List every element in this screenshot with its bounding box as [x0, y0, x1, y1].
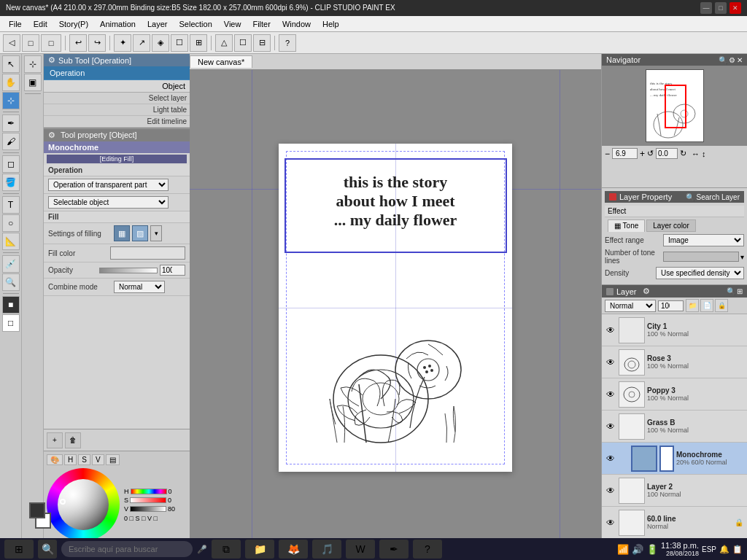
layer-eye-layer2[interactable]: 👁: [605, 485, 616, 497]
color-wheel[interactable]: [47, 468, 120, 541]
tool-bg-color[interactable]: □: [2, 314, 20, 332]
window-controls[interactable]: — □ ✕: [700, 2, 741, 14]
tool-arrow[interactable]: ↖: [2, 55, 20, 73]
menu-help[interactable]: Help: [317, 18, 345, 30]
volume-icon[interactable]: 🔊: [632, 544, 643, 555]
opacity-slider[interactable]: [99, 268, 158, 273]
layers-options-btn[interactable]: ⚙: [643, 287, 650, 296]
toolbar-select-region[interactable]: ◈: [152, 34, 169, 52]
color-tab-wheel[interactable]: 🎨: [47, 454, 63, 465]
app-music[interactable]: 🎵: [312, 540, 341, 559]
val-bar[interactable]: [130, 506, 166, 512]
selectable-object-select[interactable]: Selectable object: [48, 196, 169, 209]
toolbar-open[interactable]: □: [22, 34, 39, 52]
nav-zoom-out-btn[interactable]: −: [605, 149, 610, 159]
subtool-select-layer[interactable]: Select layer: [44, 93, 190, 104]
tool-fill[interactable]: 🪣: [2, 174, 20, 191]
color-tab-h[interactable]: H: [64, 454, 77, 465]
toolbar-invert[interactable]: ⊞: [190, 34, 207, 52]
toolbar-deselect[interactable]: ☐: [171, 34, 188, 52]
nav-rotate-input[interactable]: [656, 148, 678, 159]
fill-icon2[interactable]: ▨: [132, 225, 148, 241]
maximize-button[interactable]: □: [715, 2, 727, 14]
new-folder-btn[interactable]: 📁: [686, 299, 699, 312]
tool-shape[interactable]: ○: [2, 214, 20, 232]
lock-btn[interactable]: 🔒: [715, 299, 728, 312]
subtool-icon1[interactable]: ⊹: [24, 55, 42, 73]
search-input[interactable]: [61, 541, 193, 557]
subtool-light-table[interactable]: Light table: [44, 104, 190, 116]
taskbar-mic-icon[interactable]: 🎤: [197, 545, 207, 554]
nav-flip-v[interactable]: ↕: [702, 149, 706, 158]
toolbar-save[interactable]: □: [41, 34, 61, 52]
subtool-edit-timeline[interactable]: Edit timeline: [44, 116, 190, 128]
menu-selection[interactable]: Selection: [174, 18, 218, 30]
search-layers-btn[interactable]: 🔍 Search Layer: [686, 193, 740, 201]
toolbar-transform[interactable]: ✦: [114, 34, 131, 52]
battery-icon[interactable]: 🔋: [646, 544, 658, 555]
layer-row-layer2[interactable]: 👁 Layer 2 100 Normal: [602, 475, 747, 507]
effect-range-select[interactable]: Image: [663, 234, 744, 246]
toolbar-zoom-out[interactable]: ☐: [234, 34, 252, 52]
app-firefox[interactable]: 🦊: [279, 540, 308, 559]
canvas-content[interactable]: this is the story about how I meet ... m…: [190, 70, 601, 545]
subtool-icon2[interactable]: ▣: [24, 74, 42, 91]
menu-layer[interactable]: Layer: [142, 18, 174, 30]
toolbar-undo[interactable]: ↩: [69, 34, 87, 52]
nav-zoom-in-btn[interactable]: +: [640, 149, 645, 159]
layers-search-btn[interactable]: 🔍: [727, 287, 735, 295]
toolbar-new[interactable]: ◁: [3, 34, 20, 52]
nav-flip-h[interactable]: ↔: [692, 149, 700, 158]
operation-select[interactable]: Operation of transparent part: [48, 179, 169, 191]
fg-swatch[interactable]: [44, 502, 45, 518]
menu-filter[interactable]: Filter: [247, 18, 276, 30]
navigator-zoom-input[interactable]: 6.9: [612, 148, 638, 159]
menu-file[interactable]: File: [3, 18, 28, 30]
layer-row-monochrome[interactable]: 👁 Monochrome 20% 60/0 Normal: [602, 443, 747, 475]
tool-text[interactable]: T: [2, 196, 20, 214]
sat-bar[interactable]: [130, 497, 166, 503]
color-tab-sliders[interactable]: ▤: [106, 454, 120, 465]
layer-row-60line[interactable]: 👁 60.0 line Normal 🔒: [602, 507, 747, 539]
tool-eraser[interactable]: ◻: [2, 155, 20, 173]
layer-row-rose3[interactable]: 👁 Rose 3 100 % Normal: [602, 346, 747, 378]
app-clip[interactable]: ✒: [379, 540, 409, 559]
color-tab-v[interactable]: V: [92, 454, 104, 465]
tool-hand[interactable]: ✋: [2, 74, 20, 91]
layer-color-tab[interactable]: Layer color: [646, 219, 695, 232]
taskview-btn[interactable]: ⧉: [212, 540, 241, 559]
menu-edit[interactable]: Edit: [28, 18, 53, 30]
fill-color-picker[interactable]: [110, 246, 185, 260]
opacity-number-input[interactable]: 100: [658, 300, 684, 311]
app-help[interactable]: ?: [413, 540, 442, 559]
tool-picker[interactable]: 💉: [2, 255, 20, 273]
canvas-tab-main[interactable]: New canvas*: [190, 55, 252, 68]
desktop-icon[interactable]: 📋: [732, 545, 743, 554]
fill-dropdown[interactable]: ▾: [150, 225, 162, 241]
color-wheel-container[interactable]: [47, 468, 120, 541]
tone-lines-dropdown[interactable]: ▾: [740, 253, 744, 261]
object-button[interactable]: Object: [162, 82, 185, 90]
layer-eye-60line[interactable]: 👁: [605, 517, 616, 529]
layer-row-poppy3[interactable]: 👁 Poppy 3 100 % Normal: [602, 378, 747, 411]
layer-row-city1[interactable]: 👁 City 1 100 % Normal: [602, 314, 747, 346]
minimize-button[interactable]: —: [700, 2, 712, 14]
clock[interactable]: 11:38 p.m. 28/08/2018: [661, 541, 699, 557]
start-button[interactable]: ⊞: [4, 540, 34, 559]
blend-mode-select[interactable]: Normal: [605, 300, 656, 312]
bottom-tool-add[interactable]: +: [47, 432, 63, 448]
toolbar-help[interactable]: ?: [279, 34, 296, 52]
nav-rotate-right[interactable]: ↻: [680, 149, 686, 158]
density-select[interactable]: Use specified density: [656, 267, 744, 279]
nav-btn1[interactable]: 🔍: [719, 56, 727, 64]
tone-tab[interactable]: ▦ Tone: [608, 219, 645, 232]
layers-expand-btn[interactable]: ⊞: [737, 287, 743, 295]
layer-eye-grassb[interactable]: 👁: [605, 421, 616, 432]
tool-pen[interactable]: ✒: [2, 114, 20, 132]
layer-row-grassb[interactable]: 👁 Grass B 100 % Normal: [602, 411, 747, 443]
network-icon[interactable]: 📶: [617, 544, 629, 555]
hue-bar[interactable]: [131, 489, 167, 494]
tool-operation[interactable]: ⊹: [2, 92, 20, 109]
layer-eye-city1[interactable]: 👁: [605, 324, 616, 336]
app-explorer[interactable]: 📁: [245, 540, 274, 559]
